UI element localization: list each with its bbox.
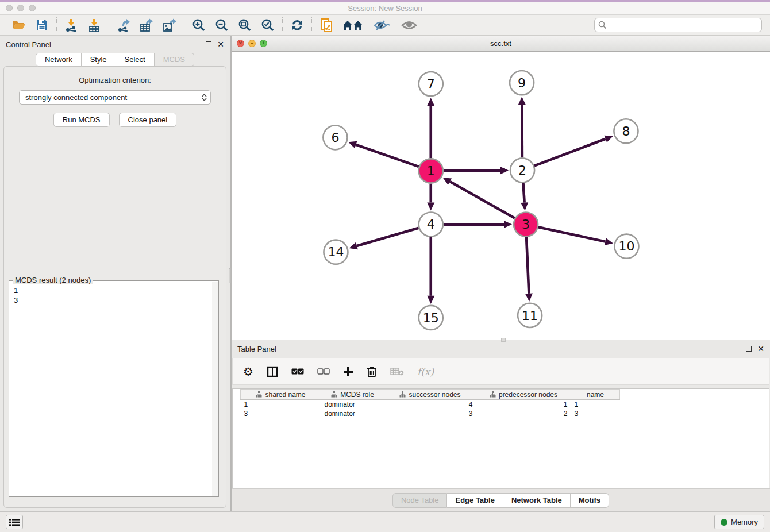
- splitter-handle[interactable]: [501, 338, 506, 342]
- export-table-icon: [139, 18, 154, 32]
- tab-network-table[interactable]: Network Table: [503, 493, 571, 508]
- column-label: name: [587, 391, 604, 399]
- node-label-4: 4: [427, 217, 435, 232]
- arrowhead-icon: [427, 203, 434, 211]
- edge-2-3[interactable]: [523, 183, 524, 202]
- export-image-button[interactable]: [162, 18, 177, 33]
- trash-icon: [367, 366, 377, 377]
- export-network-button[interactable]: [116, 18, 131, 33]
- zoom-out-icon: [215, 18, 229, 32]
- table-cell[interactable]: 3: [571, 409, 620, 418]
- open-session-button[interactable]: [11, 18, 26, 33]
- delete-column-button[interactable]: [367, 364, 377, 379]
- arrowhead-icon: [349, 242, 358, 250]
- tab-style[interactable]: Style: [82, 53, 116, 67]
- search-input[interactable]: [594, 18, 762, 32]
- mcds-result-group: MCDS result (2 nodes) 1 3: [9, 280, 219, 497]
- save-session-button[interactable]: [34, 18, 49, 33]
- float-panel-icon[interactable]: [746, 346, 752, 352]
- edge-2-9[interactable]: [522, 105, 522, 157]
- zoom-out-button[interactable]: [214, 18, 229, 33]
- table-cell[interactable]: dominator: [321, 409, 384, 418]
- network-window-titlebar[interactable]: ✕ – + scc.txt: [232, 36, 770, 52]
- import-network-button[interactable]: [64, 18, 79, 33]
- edge-1-2[interactable]: [444, 171, 500, 171]
- table-toolbar: ⚙: [232, 358, 769, 385]
- tab-node-table[interactable]: Node Table: [392, 493, 448, 508]
- mcds-result-list[interactable]: 1 3: [9, 281, 218, 305]
- hide-columns-button[interactable]: [317, 364, 330, 379]
- tab-mcds[interactable]: MCDS: [155, 53, 194, 67]
- table-cell[interactable]: 1: [241, 400, 321, 409]
- show-all-button[interactable]: [399, 18, 419, 33]
- mcds-panel: Optimization criterion: strongly connect…: [3, 66, 226, 508]
- table-cell[interactable]: 1: [571, 400, 620, 409]
- eye-slash-icon: [372, 19, 391, 32]
- arrowhead-icon: [525, 294, 533, 302]
- edge-3-1[interactable]: [450, 182, 515, 218]
- zoom-in-button[interactable]: [191, 18, 206, 33]
- tab-select[interactable]: Select: [116, 53, 155, 67]
- result-scrollbar[interactable]: [212, 282, 218, 496]
- table-cell[interactable]: 3: [384, 409, 476, 418]
- window-title: Session: New Session: [0, 4, 770, 13]
- optimization-criterion-select[interactable]: strongly connected component: [19, 90, 211, 105]
- edge-4-14[interactable]: [357, 228, 419, 246]
- zoom-selected-button[interactable]: [260, 18, 275, 33]
- status-bar: Memory: [0, 511, 770, 532]
- table-cell[interactable]: 3: [241, 409, 321, 418]
- tab-network[interactable]: Network: [36, 53, 82, 67]
- arrowhead-icon: [500, 167, 509, 174]
- tab-edge-table[interactable]: Edge Table: [447, 493, 503, 508]
- task-history-button[interactable]: [6, 515, 23, 529]
- close-panel-button[interactable]: Close panel: [119, 113, 177, 127]
- unchecked-boxes-icon: [317, 368, 330, 375]
- column-header-predecessor-nodes[interactable]: predecessor nodes: [476, 390, 571, 400]
- function-builder-button[interactable]: f(x): [417, 364, 434, 379]
- first-neighbors-button[interactable]: [342, 18, 364, 33]
- run-mcds-button[interactable]: Run MCDS: [53, 113, 110, 127]
- hide-selected-button[interactable]: [372, 18, 391, 33]
- delete-table-button[interactable]: [390, 364, 404, 379]
- table-row[interactable]: 3dominator323: [241, 409, 620, 418]
- table-settings-button[interactable]: ⚙: [243, 364, 253, 379]
- close-panel-icon[interactable]: ✕: [757, 346, 764, 352]
- column-label: predecessor nodes: [499, 391, 557, 399]
- column-header-successor-nodes[interactable]: successor nodes: [384, 390, 476, 400]
- arrowhead-icon: [348, 141, 357, 148]
- tab-motifs[interactable]: Motifs: [571, 493, 609, 508]
- add-column-button[interactable]: [343, 364, 353, 379]
- import-table-button[interactable]: [87, 18, 102, 33]
- zoom-fit-button[interactable]: [237, 18, 252, 33]
- main-toolbar: [0, 15, 770, 36]
- table-panel: Table Panel ✕ ⚙: [231, 340, 770, 511]
- edge-1-6[interactable]: [356, 145, 419, 167]
- table-cell[interactable]: 2: [476, 409, 571, 418]
- edge-3-10[interactable]: [538, 227, 606, 241]
- table-panel-title: Table Panel: [237, 345, 276, 353]
- float-panel-icon[interactable]: [206, 41, 211, 47]
- edge-3-11[interactable]: [526, 237, 529, 294]
- refresh-button[interactable]: [290, 18, 305, 33]
- show-columns-button[interactable]: [291, 364, 304, 379]
- memory-button[interactable]: Memory: [714, 515, 764, 529]
- table-cell[interactable]: 1: [476, 400, 571, 409]
- node-label-10: 10: [618, 239, 634, 253]
- table-row[interactable]: 1dominator411: [241, 400, 620, 409]
- column-header-name[interactable]: name: [571, 390, 620, 400]
- panel-resize-handle[interactable]: [229, 268, 231, 283]
- close-panel-icon[interactable]: ✕: [217, 41, 224, 47]
- table-cell[interactable]: dominator: [321, 400, 384, 409]
- node-label-3: 3: [522, 217, 530, 232]
- column-header-shared-name[interactable]: shared name: [241, 390, 321, 400]
- column-header-MCDS-role[interactable]: MCDS role: [321, 390, 384, 400]
- column-panel-button[interactable]: [267, 364, 278, 379]
- export-table-button[interactable]: [139, 18, 154, 33]
- column-label: MCDS role: [340, 391, 374, 399]
- table-cell[interactable]: 4: [384, 400, 476, 409]
- network-canvas[interactable]: 7968124314101511: [232, 52, 770, 340]
- edge-2-8[interactable]: [534, 139, 606, 166]
- node-table[interactable]: shared nameMCDS rolesuccessor nodesprede…: [232, 388, 769, 488]
- node-label-11: 11: [522, 309, 538, 323]
- new-network-from-selection-button[interactable]: [319, 18, 334, 33]
